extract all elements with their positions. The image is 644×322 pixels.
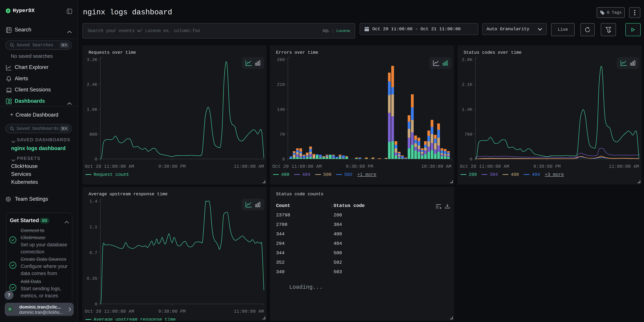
- svg-text:Oct 20 11:00:00 AM: Oct 20 11:00:00 AM: [272, 164, 322, 169]
- svg-text:400: 400: [511, 172, 519, 177]
- svg-text:3.2K: 3.2K: [87, 57, 98, 62]
- svg-text:0: 0: [94, 157, 97, 162]
- svg-text:10:30:00 AM: 10:30:00 AM: [421, 164, 452, 169]
- svg-text:404: 404: [532, 172, 540, 177]
- svg-text:1.1: 1.1: [89, 224, 97, 230]
- svg-text:0.35: 0.35: [87, 276, 97, 281]
- svg-text:404: 404: [302, 172, 310, 177]
- svg-text:1.4K: 1.4K: [462, 107, 472, 112]
- svg-text:9:30:00 PM: 9:30:00 PM: [533, 164, 561, 169]
- svg-text:0: 0: [282, 157, 285, 162]
- svg-text:0: 0: [94, 302, 97, 307]
- svg-text:280: 280: [277, 57, 285, 62]
- svg-text:304: 304: [490, 172, 498, 177]
- svg-text:Oct 20 11:00:00 AM: Oct 20 11:00:00 AM: [460, 164, 509, 169]
- svg-text:9:30:00 PM: 9:30:00 PM: [158, 309, 186, 314]
- svg-text:700: 700: [464, 132, 472, 137]
- svg-text:11:00:00 AM: 11:00:00 AM: [609, 164, 639, 169]
- svg-text:+3 more: +3 more: [545, 172, 564, 177]
- svg-text:9:30:00 PM: 9:30:00 PM: [346, 164, 373, 169]
- svg-text:2.1K: 2.1K: [462, 82, 472, 87]
- svg-text:Request count: Request count: [94, 172, 129, 177]
- svg-text:70: 70: [280, 132, 285, 137]
- svg-text:502: 502: [344, 172, 352, 177]
- svg-text:0.7: 0.7: [89, 250, 97, 256]
- svg-text:Oct 20 11:00:00 AM: Oct 20 11:00:00 AM: [85, 309, 134, 314]
- svg-text:1.6K: 1.6K: [87, 107, 98, 112]
- svg-text:9:30:00 PM: 9:30:00 PM: [158, 164, 186, 169]
- svg-text:1.4: 1.4: [89, 199, 97, 204]
- svg-text:Oct 20 11:00:00 AM: Oct 20 11:00:00 AM: [85, 164, 134, 169]
- svg-text:2.4K: 2.4K: [87, 82, 98, 87]
- svg-text:500: 500: [323, 172, 332, 177]
- svg-text:400: 400: [281, 172, 290, 177]
- svg-text:2.8K: 2.8K: [462, 57, 472, 62]
- svg-text:200: 200: [469, 172, 477, 177]
- svg-text:210: 210: [277, 82, 285, 87]
- svg-text:+1 more: +1 more: [357, 172, 376, 177]
- svg-text:140: 140: [277, 107, 285, 112]
- svg-text:11:00:00 AM: 11:00:00 AM: [234, 164, 264, 169]
- svg-text:Average upstream response time: Average upstream response time: [94, 317, 176, 321]
- svg-text:0: 0: [470, 157, 472, 162]
- svg-text:11:00:00 AM: 11:00:00 AM: [234, 309, 264, 314]
- svg-text:800: 800: [89, 132, 97, 137]
